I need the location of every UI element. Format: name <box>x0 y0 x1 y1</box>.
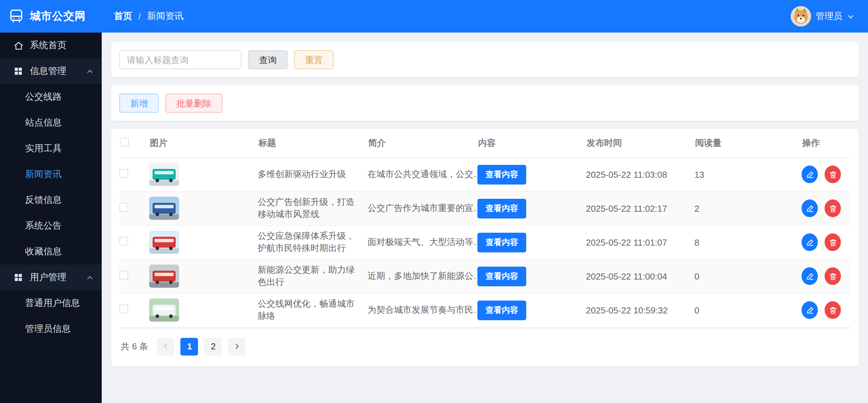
page-number-button[interactable]: 2 <box>204 338 222 355</box>
delete-button[interactable] <box>825 233 841 251</box>
sidebar-subitem[interactable]: 系统公告 <box>0 213 102 239</box>
news-intro: 公交广告作为城市重要的宣… <box>368 203 477 213</box>
read-count: 0 <box>694 305 699 315</box>
search-input[interactable] <box>119 50 241 69</box>
bus-photo <box>149 197 179 220</box>
sidebar-subitem-label: 系统公告 <box>25 220 62 232</box>
publish-time: 2025-05-22 10:59:32 <box>586 305 668 315</box>
edit-button[interactable] <box>802 199 818 217</box>
row-checkbox[interactable] <box>119 271 128 280</box>
breadcrumb: 首页 / 新闻资讯 <box>102 10 184 22</box>
sidebar-item-label: 系统首页 <box>30 39 66 52</box>
read-count: 0 <box>694 271 699 281</box>
sidebar-subitem-label: 管理员信息 <box>25 323 71 335</box>
delete-button[interactable] <box>825 267 841 285</box>
row-operations <box>802 166 841 183</box>
table-header-row: 图片 标题 简介 内容 发布时间 阅读量 操作 <box>119 129 850 157</box>
chevron-up-icon <box>86 68 94 75</box>
chevron-down-icon <box>847 13 854 20</box>
column-image: 图片 <box>149 129 258 157</box>
news-intro: 面对极端天气、大型活动等… <box>368 237 477 247</box>
page-number-button[interactable]: 1 <box>181 338 198 355</box>
action-toolbar: 新增 批量删除 <box>111 85 859 121</box>
bus-photo <box>149 299 179 322</box>
batch-delete-button[interactable]: 批量删除 <box>165 94 222 113</box>
bus-logo-icon <box>8 8 24 24</box>
avatar[interactable] <box>791 6 811 26</box>
row-operations <box>802 199 841 217</box>
read-count: 2 <box>694 203 699 213</box>
sidebar-subitem[interactable]: 反馈信息 <box>0 187 102 213</box>
news-title: 公交广告创新升级，打造移动城市风景线 <box>258 197 355 219</box>
sidebar-subitem-label: 收藏信息 <box>25 246 62 258</box>
publish-time: 2025-05-22 11:01:07 <box>586 237 667 247</box>
view-content-button[interactable]: 查看内容 <box>477 266 526 286</box>
publish-time: 2025-05-22 11:03:08 <box>586 169 667 179</box>
row-operations <box>802 267 841 285</box>
breadcrumb-home[interactable]: 首页 <box>114 10 132 22</box>
edit-button[interactable] <box>802 233 818 251</box>
top-header: 城市公交网 首页 / 新闻资讯 管理员 <box>0 0 868 33</box>
user-menu[interactable]: 管理员 <box>791 6 868 26</box>
edit-button[interactable] <box>802 267 818 285</box>
publish-time: 2025-05-22 11:02:17 <box>586 203 667 213</box>
sidebar-subitem-label: 普通用户信息 <box>25 297 80 309</box>
sidebar-subitem[interactable]: 站点信息 <box>0 110 102 136</box>
sidebar-subitem[interactable]: 收藏信息 <box>0 239 102 265</box>
sidebar-subitem[interactable]: 新闻资讯 <box>0 161 102 187</box>
row-operations <box>802 301 841 319</box>
edit-button[interactable] <box>802 166 818 183</box>
user-name[interactable]: 管理员 <box>816 10 842 22</box>
sidebar-subitem-label: 实用工具 <box>25 142 62 155</box>
view-content-button[interactable]: 查看内容 <box>477 232 526 252</box>
breadcrumb-current: 新闻资讯 <box>147 10 184 22</box>
sidebar-subitem[interactable]: 公交线路 <box>0 84 102 110</box>
table-row: 新能源公交更新，助力绿色出行 近期，多地加快了新能源公… 查看内容 2025-0… <box>119 259 850 293</box>
row-checkbox[interactable] <box>119 203 128 212</box>
sidebar-item[interactable]: 系统首页 <box>0 33 102 58</box>
column-content: 内容 <box>477 129 586 157</box>
add-button[interactable]: 新增 <box>119 94 159 113</box>
sidebar-group[interactable]: 信息管理 <box>0 58 102 84</box>
row-checkbox[interactable] <box>119 305 128 313</box>
row-checkbox[interactable] <box>119 237 128 246</box>
chevron-up-icon <box>86 274 94 281</box>
search-button[interactable]: 查询 <box>248 50 288 69</box>
breadcrumb-separator: / <box>138 11 141 21</box>
sidebar-group[interactable]: 用户管理 <box>0 265 102 290</box>
edit-button[interactable] <box>802 301 818 319</box>
row-checkbox[interactable] <box>119 169 128 178</box>
news-table: 图片 标题 简介 内容 发布时间 阅读量 操作 <box>119 129 850 327</box>
next-page-button[interactable] <box>228 338 246 355</box>
delete-button[interactable] <box>825 301 841 319</box>
sidebar-subitem[interactable]: 普通用户信息 <box>0 290 102 316</box>
sidebar-menu: 系统首页 信息管理 公交线路 站点信息 实用工具 新闻资讯 反馈信息 系统公告 … <box>0 33 102 342</box>
grid-icon <box>14 66 24 76</box>
column-publish-time: 发布时间 <box>586 129 694 157</box>
page-list: 1 2 <box>181 338 222 355</box>
column-title: 标题 <box>258 129 368 157</box>
select-all-checkbox[interactable] <box>120 138 129 147</box>
view-content-button[interactable]: 查看内容 <box>477 198 526 218</box>
pagination: 共 6 条 1 2 <box>119 327 850 366</box>
delete-button[interactable] <box>825 199 841 217</box>
bus-photo <box>149 265 179 288</box>
delete-button[interactable] <box>825 166 841 183</box>
news-title: 公交线网优化，畅通城市脉络 <box>258 299 355 321</box>
sidebar-subitem-label: 站点信息 <box>25 117 62 129</box>
sidebar-subitem[interactable]: 实用工具 <box>0 136 102 161</box>
reset-button[interactable]: 重置 <box>294 50 334 69</box>
prev-page-button[interactable] <box>157 338 175 355</box>
news-intro: 近期，多地加快了新能源公… <box>368 271 477 281</box>
news-title: 新能源公交更新，助力绿色出行 <box>258 265 355 287</box>
column-reads: 阅读量 <box>694 129 802 157</box>
sidebar: 系统首页 信息管理 公交线路 站点信息 实用工具 新闻资讯 反馈信息 系统公告 … <box>0 33 102 403</box>
table-row: 多维创新驱动行业升级 在城市公共交通领域，公交… 查看内容 2025-05-22… <box>119 157 850 191</box>
view-content-button[interactable]: 查看内容 <box>477 165 526 184</box>
bus-photo <box>149 163 179 186</box>
view-content-button[interactable]: 查看内容 <box>477 300 526 320</box>
table-row: 公交应急保障体系升级，护航市民特殊时期出行 面对极端天气、大型活动等… 查看内容… <box>119 225 850 259</box>
sidebar-subitem[interactable]: 管理员信息 <box>0 316 102 342</box>
sidebar-group-label: 用户管理 <box>30 271 66 284</box>
search-toolbar: 查询 重置 <box>111 42 859 77</box>
